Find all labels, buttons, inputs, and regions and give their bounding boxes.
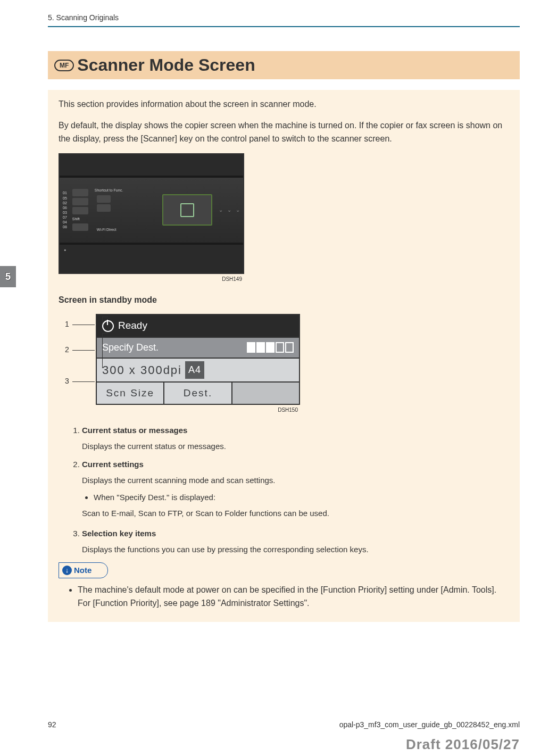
item-desc: Displays the functions you can use by pr…: [82, 543, 509, 556]
sub-item: When "Specify Dest." is displayed:: [94, 491, 509, 504]
lcd-specify-dest: Specify Dest.: [102, 340, 159, 355]
control-panel-figure: 0105 0206 0307 0408 Shift Shortcut to Fu…: [59, 153, 244, 274]
scanner-icon: [180, 203, 194, 217]
lcd-paper-size: A4: [185, 361, 204, 379]
note-item: The machine's default mode at power on c…: [78, 584, 509, 610]
panel-button-column: Shift: [72, 189, 88, 231]
list-item: Current status or messages Displays the …: [82, 424, 509, 453]
draft-watermark: Draft 2016/05/27: [406, 736, 520, 753]
item-desc: Displays the current status or messages.: [82, 440, 509, 453]
figure-caption-1: DSH149: [59, 275, 242, 284]
section-title-block: MF Scanner Mode Screen: [48, 51, 520, 79]
callout-1: 1: [65, 318, 95, 330]
figure-caption-2: DSH150: [59, 406, 298, 414]
item-desc: Displays the current scanning mode and s…: [82, 474, 509, 487]
section-title: MF Scanner Mode Screen: [54, 55, 513, 75]
source-file: opal-p3_mf3_com_user_guide_gb_00228452_e…: [339, 720, 520, 729]
list-item: Selection key items Displays the functio…: [82, 527, 509, 556]
chapter-tab: 5: [0, 266, 16, 287]
lcd-status-text: Ready: [118, 318, 147, 334]
callout-2: 2: [65, 344, 95, 355]
callout-3: 3: [65, 375, 95, 387]
lcd-softkey-row: Scn Size Dest.: [97, 383, 299, 404]
note-arrow-icon: ↓: [62, 566, 72, 575]
callout-description-list: Current status or messages Displays the …: [59, 424, 509, 556]
sub-desc: Scan to E-mail, Scan to FTP, or Scan to …: [82, 507, 509, 520]
lcd-resolution-row: 300 x 300dpi A4: [97, 359, 299, 383]
note-list: The machine's default mode at power on c…: [59, 584, 509, 610]
section-title-text: Scanner Mode Screen: [77, 55, 255, 75]
lcd-screen: Ready Specify Dest. 300 x 300dpi A4: [96, 314, 300, 405]
lcd-resolution: 300 x 300dpi: [102, 361, 182, 379]
mf-badge: MF: [54, 60, 74, 71]
power-icon: [102, 320, 114, 332]
chapter-header: 5. Scanning Originals: [0, 13, 520, 22]
item-title: Current settings: [82, 458, 509, 471]
standby-heading: Screen in standby mode: [59, 293, 509, 307]
header-rule: [48, 26, 520, 27]
panel-speed-dial-numbers: 0105 0206 0307 0408: [63, 190, 67, 229]
intro-p1: This section provides information about …: [59, 97, 509, 111]
page-footer: 92 opal-p3_mf3_com_user_guide_gb_0022845…: [48, 720, 520, 729]
lcd-callout-figure: 1 2 3 Ready Specify Dest.: [59, 314, 509, 405]
panel-lcd-icon: [162, 194, 212, 226]
toner-indicator: [247, 342, 294, 353]
panel-softkeys: ⌄⌄⌄: [219, 206, 240, 214]
list-item: Current settings Displays the current sc…: [82, 458, 509, 520]
note-header: ↓ Note: [59, 562, 509, 578]
item-title: Current status or messages: [82, 424, 509, 437]
lcd-dest-row: Specify Dest.: [97, 338, 299, 359]
softkey-dest: Dest.: [164, 383, 232, 404]
page-number: 92: [48, 720, 56, 729]
lcd-status-row: Ready: [97, 315, 299, 337]
intro-p2: By default, the display shows the copier…: [59, 119, 509, 146]
item-title: Selection key items: [82, 527, 509, 540]
content-block: This section provides information about …: [48, 90, 520, 622]
softkey-scn-size: Scn Size: [97, 383, 164, 404]
note-label: Note: [74, 564, 91, 577]
